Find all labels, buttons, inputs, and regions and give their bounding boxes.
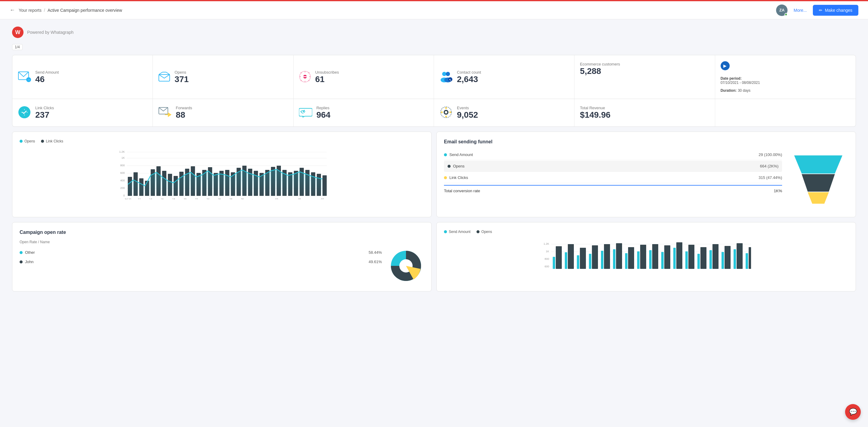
svg-rect-136 — [616, 243, 622, 269]
svg-text:↖: ↖ — [449, 79, 452, 82]
svg-text:20: 20 — [184, 198, 187, 199]
link-clicks-legend-label: Link Clicks — [46, 139, 63, 143]
metric-replies: Replies 964 — [293, 99, 434, 126]
opens-legend-label-2: Opens — [481, 230, 492, 234]
svg-rect-127 — [710, 250, 712, 269]
svg-text:→: → — [27, 78, 30, 82]
svg-rect-131 — [556, 246, 562, 269]
link-clicks-label: Link Clicks — [35, 106, 54, 110]
empty-cell — [715, 99, 856, 126]
more-button[interactable]: More... — [794, 8, 807, 13]
funnel-row-label-send: Send Amount — [444, 152, 473, 157]
funnel-dot-clicks — [444, 176, 447, 179]
svg-rect-144 — [712, 244, 718, 269]
svg-rect-119 — [613, 249, 615, 269]
svg-text:05: 05 — [298, 198, 301, 199]
back-button[interactable]: ← — [10, 7, 15, 13]
page-indicator: 1/4 — [12, 44, 23, 50]
send-amount-legend: Send Amount — [444, 230, 470, 234]
metrics-row-1: → Send Amount 46 Opens 371 — [12, 55, 856, 99]
campaign-pie-chart — [388, 248, 424, 284]
pie-svg — [388, 248, 424, 284]
svg-point-19 — [446, 72, 450, 76]
svg-text:26: 26 — [218, 198, 221, 199]
svg-rect-122 — [649, 250, 652, 269]
svg-point-34 — [450, 111, 451, 113]
svg-text:800: 800 — [120, 164, 125, 167]
funnel-table: Send Amount 29 (100.00%) Opens 664 (2K%) — [444, 149, 782, 210]
svg-rect-129 — [734, 249, 736, 269]
funnel-row-label-opens: Opens — [447, 164, 464, 168]
avatar: ZA — [776, 4, 787, 16]
bar-chart-svg: 0 200 400 600 800 1K 1.2K — [20, 148, 424, 199]
duration-value: 30 days — [738, 88, 750, 93]
campaign-dot-1 — [20, 260, 23, 263]
forwards-info: Forwards 88 — [176, 106, 192, 120]
header: ← Your reports / Active Campaign perform… — [0, 1, 868, 19]
svg-rect-139 — [652, 244, 658, 269]
svg-rect-130 — [746, 253, 748, 269]
metric-events: Events 9,052 — [434, 99, 575, 126]
svg-text:03: 03 — [275, 198, 278, 199]
funnel-value-opens: 664 (2K%) — [760, 164, 778, 168]
svg-text:600: 600 — [545, 265, 549, 268]
campaign-title: Campaign open rate — [20, 230, 424, 235]
funnel-dot-opens — [447, 165, 451, 168]
campaign-subtitle: Open Rate / Name — [20, 240, 424, 244]
svg-rect-117 — [589, 254, 591, 269]
campaign-list: Other 58.44% John 49.61% — [20, 248, 382, 284]
replies-info: Replies 964 — [316, 106, 331, 120]
ecommerce-info: Ecommerce customers 5,288 — [580, 62, 620, 76]
opens-legend-dot-2 — [476, 230, 479, 233]
unsubscribe-icon — [299, 70, 311, 84]
date-period-value: 07/10/2021 - 08/08/2021 — [721, 81, 850, 85]
events-icon — [439, 106, 453, 120]
date-nav-button[interactable]: ▶ — [721, 61, 730, 70]
send-amount-info: Send Amount 46 — [35, 70, 59, 84]
events-value: 9,052 — [457, 110, 478, 120]
svg-point-24 — [19, 106, 30, 118]
svg-marker-101 — [794, 155, 842, 173]
svg-marker-26 — [168, 112, 172, 117]
whatagraph-logo: W — [12, 27, 24, 38]
pencil-icon: ✏ — [819, 8, 823, 13]
metric-contact-count: ↖ Contact count 2,643 — [434, 55, 575, 99]
send-amount-legend-dot — [444, 230, 447, 233]
funnel-card: Email sending funnel Send Amount 29 (100… — [436, 132, 856, 217]
svg-rect-123 — [661, 252, 664, 269]
metric-ecommerce: Ecommerce customers 5,288 — [575, 55, 715, 99]
funnel-content: Send Amount 29 (100.00%) Opens 664 (2K%) — [444, 149, 848, 210]
svg-text:16: 16 — [161, 198, 164, 199]
svg-marker-102 — [802, 174, 835, 192]
metric-total-revenue: Total Revenue $149.96 — [575, 99, 715, 126]
svg-text:24: 24 — [207, 198, 210, 199]
opens-clicks-chart: 0 200 400 600 800 1K 1.2K — [20, 148, 424, 200]
duration-section: Duration: 30 days — [721, 88, 850, 93]
svg-text:07: 07 — [321, 198, 324, 199]
header-right: ZA More... ✏ Make changes — [776, 4, 858, 16]
forwards-icon — [158, 107, 172, 119]
svg-text:14: 14 — [149, 198, 152, 199]
svg-point-33 — [441, 111, 443, 113]
funnel-row-send-amount: Send Amount 29 (100.00%) — [444, 149, 782, 160]
funnel-dot-send — [444, 153, 447, 156]
send-amount-value: 46 — [35, 75, 59, 84]
metric-opens: Opens 371 — [153, 55, 293, 99]
campaign-pct-0: 58.44% — [369, 250, 382, 255]
main-content: W Powered by Whatagraph 1/4 → Send Amoun… — [0, 19, 868, 304]
link-clicks-value: 237 — [35, 110, 54, 120]
breadcrumb-root[interactable]: Your reports — [19, 8, 41, 13]
make-changes-button[interactable]: ✏ Make changes — [813, 5, 858, 16]
envelope-open-icon — [158, 72, 170, 83]
breadcrumb-current: Active Campaign performance overview — [48, 8, 122, 13]
bottom-chart-legend: Send Amount Opens — [444, 230, 848, 234]
send-amount-label: Send Amount — [35, 70, 59, 75]
funnel-row-opens: Opens 664 (2K%) — [444, 161, 782, 172]
link-clicks-legend-item: Link Clicks — [41, 139, 63, 143]
opens-legend-label: Opens — [24, 139, 35, 143]
svg-rect-147 — [749, 247, 751, 269]
svg-rect-133 — [580, 248, 586, 269]
ecommerce-label: Ecommerce customers — [580, 62, 620, 66]
opens-value: 371 — [175, 75, 189, 84]
ecommerce-value: 5,288 — [580, 66, 620, 76]
